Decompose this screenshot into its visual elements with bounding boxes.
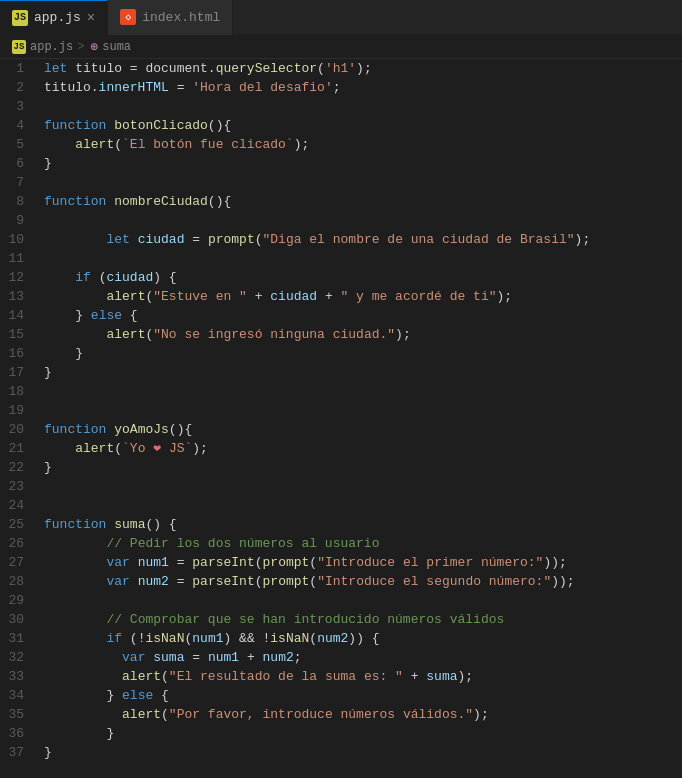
code-line: } else { — [44, 306, 682, 325]
breadcrumb: JS app.js > ⊕ suma — [0, 35, 682, 59]
line-number: 1 — [8, 59, 24, 78]
code-line: titulo.innerHTML = 'Hora del desafio'; — [44, 78, 682, 97]
code-area[interactable]: let titulo = document.querySelector('h1'… — [36, 59, 682, 778]
line-number: 29 — [8, 591, 24, 610]
line-number: 23 — [8, 477, 24, 496]
tab-bar: JS app.js × ◇ index.html — [0, 0, 682, 35]
code-line: alert(`Yo ❤ JS`); — [44, 439, 682, 458]
line-number: 35 — [8, 705, 24, 724]
tab-label-index-html: index.html — [142, 10, 220, 25]
code-line: alert("No se ingresó ninguna ciudad."); — [44, 325, 682, 344]
line-number: 26 — [8, 534, 24, 553]
line-number: 22 — [8, 458, 24, 477]
breadcrumb-separator: > — [77, 40, 84, 54]
line-number: 5 — [8, 135, 24, 154]
line-number: 14 — [8, 306, 24, 325]
line-number: 33 — [8, 667, 24, 686]
line-number: 10 — [8, 230, 24, 249]
breadcrumb-func: suma — [102, 40, 131, 54]
line-number: 7 — [8, 173, 24, 192]
breadcrumb-js-icon: JS — [12, 40, 26, 54]
code-line: // Comprobar que se han introducido núme… — [44, 610, 682, 629]
line-number: 11 — [8, 249, 24, 268]
line-number: 25 — [8, 515, 24, 534]
line-number: 36 — [8, 724, 24, 743]
line-number: 28 — [8, 572, 24, 591]
line-number: 2 — [8, 78, 24, 97]
code-line: function nombreCiudad(){ — [44, 192, 682, 211]
line-number: 17 — [8, 363, 24, 382]
line-number: 4 — [8, 116, 24, 135]
breadcrumb-func-icon: ⊕ — [90, 39, 98, 55]
line-number: 30 — [8, 610, 24, 629]
line-number: 13 — [8, 287, 24, 306]
tab-label-app-js: app.js — [34, 10, 81, 25]
code-line: let ciudad = prompt("Diga el nombre de u… — [44, 230, 682, 249]
line-number: 37 — [8, 743, 24, 762]
code-line: function botonClicado(){ — [44, 116, 682, 135]
code-line: var num1 = parseInt(prompt("Introduce el… — [44, 553, 682, 572]
close-icon[interactable]: × — [87, 11, 95, 25]
line-number: 34 — [8, 686, 24, 705]
code-line: } — [44, 724, 682, 743]
code-line: } — [44, 154, 682, 173]
line-number: 21 — [8, 439, 24, 458]
code-line: if (ciudad) { — [44, 268, 682, 287]
breadcrumb-file: app.js — [30, 40, 73, 54]
tab-app-js[interactable]: JS app.js × — [0, 0, 108, 35]
code-line: var suma = num1 + num2; — [44, 648, 682, 667]
code-line: } — [44, 743, 682, 762]
code-line — [44, 591, 682, 610]
code-line: alert("Por favor, introduce números váli… — [44, 705, 682, 724]
code-line — [44, 496, 682, 515]
code-line — [44, 173, 682, 192]
html-file-icon: ◇ — [120, 9, 136, 25]
line-numbers: 1234567891011121314151617181920212223242… — [0, 59, 36, 778]
js-file-icon: JS — [12, 10, 28, 26]
code-line — [44, 382, 682, 401]
line-number: 15 — [8, 325, 24, 344]
line-number: 6 — [8, 154, 24, 173]
line-number: 18 — [8, 382, 24, 401]
line-number: 12 — [8, 268, 24, 287]
code-line: if (!isNaN(num1) && !isNaN(num2)) { — [44, 629, 682, 648]
line-number: 31 — [8, 629, 24, 648]
code-line: } else { — [44, 686, 682, 705]
line-number: 24 — [8, 496, 24, 515]
code-line — [44, 477, 682, 496]
line-number: 32 — [8, 648, 24, 667]
code-line: alert("Estuve en " + ciudad + " y me aco… — [44, 287, 682, 306]
code-line: var num2 = parseInt(prompt("Introduce el… — [44, 572, 682, 591]
line-number: 9 — [8, 211, 24, 230]
code-line: // Pedir los dos números al usuario — [44, 534, 682, 553]
code-line: } — [44, 363, 682, 382]
code-line: let titulo = document.querySelector('h1'… — [44, 59, 682, 78]
code-line — [44, 97, 682, 116]
line-number: 27 — [8, 553, 24, 572]
line-number: 19 — [8, 401, 24, 420]
code-line — [44, 249, 682, 268]
code-line: alert(`El botón fue clicado`); — [44, 135, 682, 154]
editor: 1234567891011121314151617181920212223242… — [0, 59, 682, 778]
code-line: alert("El resultado de la suma es: " + s… — [44, 667, 682, 686]
line-number: 16 — [8, 344, 24, 363]
line-number: 8 — [8, 192, 24, 211]
code-line — [44, 211, 682, 230]
code-line: } — [44, 458, 682, 477]
line-number: 20 — [8, 420, 24, 439]
code-line: function yoAmoJs(){ — [44, 420, 682, 439]
tab-index-html[interactable]: ◇ index.html — [108, 0, 233, 35]
code-line — [44, 401, 682, 420]
code-line: function suma() { — [44, 515, 682, 534]
line-number: 3 — [8, 97, 24, 116]
code-line: } — [44, 344, 682, 363]
